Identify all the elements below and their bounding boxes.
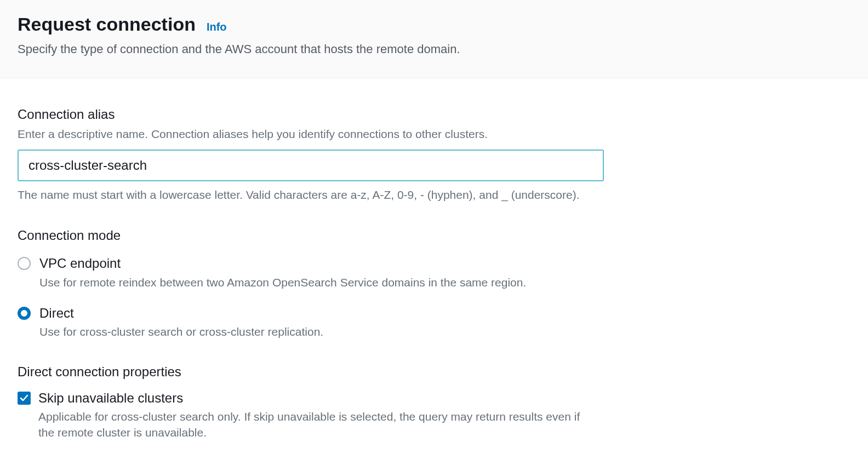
form-section: Connection alias Enter a descriptive nam… (0, 78, 868, 452)
skip-unavailable-checkbox[interactable]: Skip unavailable clusters Applicable for… (18, 389, 850, 441)
page-header: Request connection Info Specify the type… (0, 0, 868, 78)
checkbox-checked-icon (18, 392, 31, 405)
checkmark-icon (20, 394, 28, 403)
checkbox-text: Skip unavailable clusters Applicable for… (38, 389, 597, 441)
connection-alias-field: Connection alias Enter a descriptive nam… (18, 106, 850, 203)
radio-text: VPC endpoint Use for remote reindex betw… (39, 255, 850, 290)
radio-label-vpc: VPC endpoint (39, 255, 850, 272)
radio-text: Direct Use for cross-cluster search or c… (39, 305, 850, 340)
radio-desc-vpc: Use for remote reindex between two Amazo… (39, 274, 850, 290)
header-title-row: Request connection Info (18, 13, 850, 36)
connection-mode-field: Connection mode VPC endpoint Use for rem… (18, 227, 850, 340)
skip-unavailable-label: Skip unavailable clusters (38, 389, 597, 406)
skip-unavailable-desc: Applicable for cross-cluster search only… (38, 409, 597, 441)
connection-mode-radio-group: VPC endpoint Use for remote reindex betw… (18, 255, 850, 340)
connection-alias-label: Connection alias (18, 106, 850, 123)
radio-option-direct[interactable]: Direct Use for cross-cluster search or c… (18, 305, 850, 340)
radio-label-direct: Direct (39, 305, 850, 321)
radio-option-vpc-endpoint[interactable]: VPC endpoint Use for remote reindex betw… (18, 255, 850, 290)
radio-icon (18, 307, 31, 320)
connection-alias-input[interactable] (18, 150, 604, 181)
page-subtitle: Specify the type of connection and the A… (18, 41, 850, 58)
connection-alias-description: Enter a descriptive name. Connection ali… (18, 126, 850, 142)
info-link[interactable]: Info (207, 21, 227, 33)
direct-connection-properties: Direct connection properties Skip unavai… (18, 364, 850, 441)
page-title: Request connection (18, 13, 196, 36)
connection-alias-hint: The name must start with a lowercase let… (18, 187, 850, 203)
radio-icon (18, 257, 31, 270)
radio-desc-direct: Use for cross-cluster search or cross-cl… (39, 324, 850, 340)
connection-mode-label: Connection mode (18, 227, 850, 244)
direct-props-label: Direct connection properties (18, 364, 850, 380)
